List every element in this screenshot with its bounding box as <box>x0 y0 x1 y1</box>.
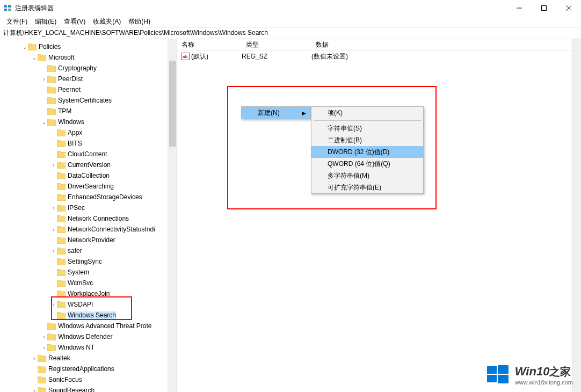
chevron-down-icon[interactable] <box>31 55 38 61</box>
tree-item[interactable]: CurrentVersion <box>2 159 177 170</box>
chevron-right-icon[interactable] <box>50 227 57 233</box>
tree-item[interactable]: Peernet <box>2 84 177 95</box>
titlebar: 注册表编辑器 <box>0 0 581 16</box>
tree-item[interactable]: NetworkProvider <box>2 235 177 245</box>
folder-icon <box>57 151 66 158</box>
tree-item[interactable]: Windows NT <box>2 342 177 353</box>
tree-item-label: Policies <box>39 43 61 50</box>
tree-item[interactable]: Windows Defender <box>2 331 177 342</box>
folder-icon <box>38 376 46 383</box>
col-name[interactable]: 名称 <box>177 40 242 49</box>
scrollbar-thumb[interactable] <box>169 61 176 147</box>
folder-icon <box>47 76 56 83</box>
tree-scrollbar[interactable] <box>168 39 177 392</box>
tree-item[interactable]: DataCollection <box>2 170 177 181</box>
folder-icon <box>38 366 46 373</box>
tree-item-label: Windows Advanced Threat Prote <box>58 322 152 330</box>
tree-item[interactable]: SettingSync <box>2 256 177 267</box>
chevron-right-icon[interactable] <box>31 355 38 361</box>
svg-rect-3 <box>8 9 11 11</box>
menu-item-binary[interactable]: 二进制值(B) <box>311 134 423 146</box>
svg-rect-11 <box>498 365 509 374</box>
menu-item-key[interactable]: 项(K) <box>311 107 423 119</box>
tree-item[interactable]: EnhancedStorageDevices <box>2 192 177 202</box>
menu-item-expand[interactable]: 可扩充字符串值(E) <box>311 182 423 193</box>
tree-item[interactable]: Cryptography <box>2 63 177 74</box>
menu-item-qword[interactable]: QWORD (64 位)值(Q) <box>311 158 423 170</box>
tree-item[interactable]: BITS <box>2 138 177 149</box>
folder-icon <box>57 194 66 201</box>
tree-item[interactable]: DriverSearching <box>2 181 177 192</box>
menu-help[interactable]: 帮助(H) <box>125 16 154 27</box>
tree-item[interactable]: Windows Search <box>2 310 177 321</box>
menu-favorites[interactable]: 收藏夹(A) <box>90 16 124 27</box>
context-menu-primary: 新建(N) ▶ <box>241 106 311 119</box>
maximize-button[interactable] <box>532 0 556 16</box>
menu-view[interactable]: 查看(V) <box>61 16 89 27</box>
chevron-right-icon[interactable] <box>50 302 57 308</box>
tree-item[interactable]: RegisteredApplications <box>2 364 177 374</box>
tree-item[interactable]: safer <box>2 245 177 256</box>
menu-item-label: 多字符串值(M) <box>328 171 369 180</box>
tree-item[interactable]: SonicFocus <box>2 374 177 385</box>
menubar: 文件(F) 编辑(E) 查看(V) 收藏夹(A) 帮助(H) <box>0 16 581 27</box>
folder-icon <box>47 344 56 351</box>
tree-item[interactable]: Microsoft <box>2 52 177 63</box>
tree-item[interactable]: NetworkConnectivityStatusIndi <box>2 224 177 235</box>
col-type[interactable]: 类型 <box>242 40 311 49</box>
tree-item-label: Windows Search <box>68 311 116 319</box>
menu-item-dword[interactable]: DWORD (32 位)值(D) <box>311 146 423 158</box>
menu-item-string[interactable]: 字符串值(S) <box>311 122 423 134</box>
tree-item-label: DataCollection <box>68 172 110 179</box>
col-data[interactable]: 数据 <box>311 40 329 49</box>
svg-rect-5 <box>542 6 547 11</box>
menu-item-label: 项(K) <box>328 108 343 118</box>
menu-file[interactable]: 文件(F) <box>3 16 31 27</box>
chevron-right-icon[interactable] <box>41 76 47 82</box>
addressbar-path: 计算机\HKEY_LOCAL_MACHINE\SOFTWARE\Policies… <box>3 29 268 37</box>
tree-item[interactable]: System <box>2 267 177 278</box>
menu-item-label: QWORD (64 位)值(Q) <box>328 159 390 169</box>
tree-item-label: DriverSearching <box>68 183 114 190</box>
folder-icon <box>47 108 56 115</box>
tree-item[interactable]: SystemCertificates <box>2 95 177 106</box>
tree-item[interactable]: WSDAPI <box>2 299 177 310</box>
menu-item-new[interactable]: 新建(N) ▶ <box>242 107 310 119</box>
tree-item-label: IPSec <box>68 204 85 212</box>
tree-item[interactable]: CloudContent <box>2 149 177 159</box>
regedit-icon <box>3 4 12 12</box>
tree-item[interactable]: IPSec <box>2 202 177 213</box>
tree-item[interactable]: Appx <box>2 127 177 138</box>
tree-item[interactable]: Network Connections <box>2 213 177 224</box>
close-button[interactable] <box>556 0 581 16</box>
tree-item[interactable]: Policies <box>2 41 177 52</box>
tree-item-label: EnhancedStorageDevices <box>68 193 142 201</box>
menu-separator <box>314 120 421 121</box>
chevron-right-icon[interactable] <box>50 248 57 254</box>
chevron-down-icon[interactable] <box>21 44 28 50</box>
tree-item[interactable]: TPM <box>2 106 177 117</box>
chevron-down-icon[interactable] <box>41 119 47 125</box>
svg-rect-1 <box>8 5 11 8</box>
tree-item[interactable]: Realtek <box>2 353 177 364</box>
value-type: REG_SZ <box>242 53 311 60</box>
chevron-right-icon[interactable] <box>41 345 47 351</box>
tree-item[interactable]: WorkplaceJoin <box>2 288 177 299</box>
chevron-right-icon[interactable] <box>31 388 38 393</box>
tree-item[interactable]: Windows Advanced Threat Prote <box>2 321 177 331</box>
value-row[interactable]: ab (默认) REG_SZ (数值未设置) <box>177 51 581 62</box>
tree-item-label: NetworkProvider <box>68 236 115 244</box>
menu-item-multi[interactable]: 多字符串值(M) <box>311 170 423 182</box>
chevron-right-icon[interactable] <box>50 205 57 211</box>
tree-item[interactable]: WcmSvc <box>2 278 177 288</box>
tree-item[interactable]: PeerDist <box>2 74 177 84</box>
tree-item[interactable]: Windows <box>2 117 177 127</box>
chevron-right-icon[interactable] <box>50 162 57 168</box>
chevron-right-icon[interactable] <box>41 334 47 340</box>
watermark-url: www.win10xitong.com <box>515 379 573 386</box>
values-scrollbar[interactable] <box>572 39 581 392</box>
menu-edit[interactable]: 编辑(E) <box>32 16 60 27</box>
tree-item[interactable]: SoundResearch <box>2 385 177 392</box>
minimize-button[interactable] <box>507 0 532 16</box>
addressbar[interactable]: 计算机\HKEY_LOCAL_MACHINE\SOFTWARE\Policies… <box>0 27 581 39</box>
